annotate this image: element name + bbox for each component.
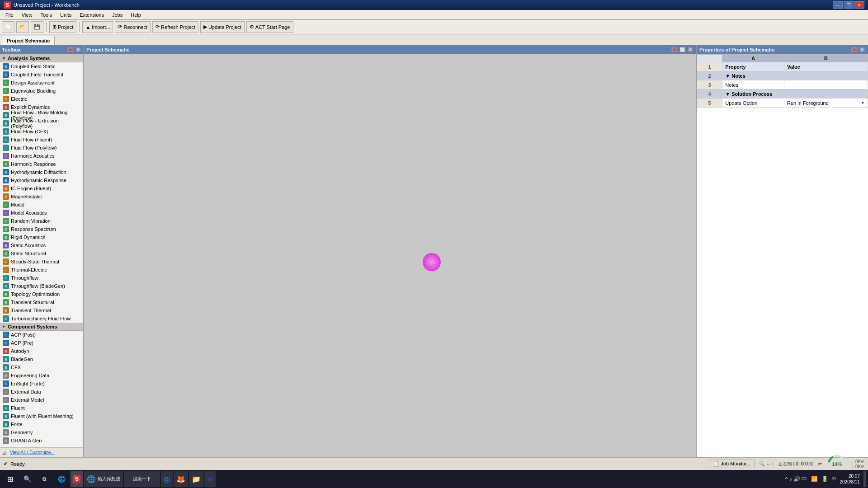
- act-start-page-button[interactable]: ⚙ ACT Start Page: [246, 21, 293, 33]
- toolbox-item-coupled-field-static[interactable]: ⊞ Coupled Field Static: [0, 62, 83, 70]
- menu-file[interactable]: File: [2, 11, 17, 19]
- nav-icons: 🔍 ↔ ↕: [759, 461, 774, 466]
- toolbox-item-random-vibration[interactable]: ⊞ Random Vibration: [0, 217, 83, 225]
- toolbox-item-rigid-dynamics[interactable]: ⊞ Rigid Dynamics: [0, 233, 83, 241]
- search-button[interactable]: 🔍: [19, 471, 35, 487]
- toolbox-item-geometry[interactable]: ⊞ Geometry: [0, 428, 83, 436]
- schematic-close-button[interactable]: ✕: [687, 47, 693, 53]
- toolbox-item-fluid-fluent[interactable]: ⊞ Fluid Flow (Fluent): [0, 136, 83, 144]
- taskbar-ie-button[interactable]: 🌐 输入你想搜: [84, 471, 123, 487]
- toolbox-item-bladegen[interactable]: ⊞ BladeGen: [0, 355, 83, 363]
- toolbox-item-hydrodynamic-diffraction[interactable]: ⊞ Hydrodynamic Diffraction: [0, 168, 83, 176]
- filter-icon[interactable]: ⊿: [2, 450, 6, 456]
- job-monitor-button[interactable]: 📋 Job Monitor...: [709, 460, 755, 468]
- project-tab-button[interactable]: ⊞ Project: [49, 21, 76, 33]
- item-icon: ⊞: [3, 421, 9, 427]
- menu-jobs[interactable]: Jobs: [108, 11, 126, 19]
- analysis-systems-section[interactable]: ▼ Analysis Systems: [0, 54, 83, 62]
- maximize-button[interactable]: ❐: [844, 1, 854, 9]
- toolbox-item-modal[interactable]: ⊞ Modal: [0, 201, 83, 209]
- update-project-button[interactable]: ▶ Update Project: [200, 21, 245, 33]
- toolbox-item-static-structural[interactable]: ⊞ Static Structural: [0, 249, 83, 258]
- toolbox-item-design-assessment[interactable]: ⊞ Design Assessment: [0, 79, 83, 87]
- taskbar-edge-button[interactable]: 🌐: [53, 471, 70, 487]
- toolbox-item-magnetostatic[interactable]: ⊞ Magnetostatic: [0, 192, 83, 201]
- taskbar-app-3[interactable]: 📁: [189, 471, 203, 487]
- toolbox-item-ic-engine[interactable]: ⊞ IC Engine (Fluent): [0, 184, 83, 192]
- toolbox-item-eigenvalue-buckling[interactable]: ⊞ Eigenvalue Buckling: [0, 87, 83, 95]
- menu-help[interactable]: Help: [127, 11, 145, 19]
- refresh-icon: ⟳: [156, 24, 160, 30]
- toolbox-item-acp-post[interactable]: ⊞ ACP (Post): [0, 331, 83, 339]
- save-button[interactable]: 💾: [31, 21, 43, 33]
- notes-value-cell[interactable]: [784, 80, 868, 89]
- schematic-content[interactable]: [84, 54, 696, 457]
- toolbox-item-external-model[interactable]: ⊞ External Model: [0, 396, 83, 404]
- toolbox-item-fluent-meshing[interactable]: ⊞ Fluent (with Fluent Meshing): [0, 412, 83, 420]
- toolbox-item-forte[interactable]: ⊞ Forte: [0, 420, 83, 428]
- toolbox-item-ensight-forte[interactable]: ⊞ EnSight (Forte): [0, 380, 83, 388]
- toolbox-item-topology-optimization[interactable]: ⊞ Topology Optimization: [0, 290, 83, 298]
- minimize-button[interactable]: —: [833, 1, 843, 9]
- refresh-project-button[interactable]: ⟳ Refresh Project: [152, 21, 198, 33]
- tab-project-schematic[interactable]: Project Schematic: [2, 36, 55, 45]
- schematic-maximize-button[interactable]: ⬜: [679, 47, 685, 53]
- component-systems-section[interactable]: ▼ Component Systems: [0, 323, 83, 331]
- app4-icon: W: [207, 475, 213, 483]
- toolbox-item-acp-pre[interactable]: ⊞ ACP (Pre): [0, 339, 83, 347]
- update-option-value-cell[interactable]: Run in Foreground ▼: [784, 99, 868, 108]
- toolbox-item-transient-thermal[interactable]: ⊞ Transient Thermal: [0, 306, 83, 314]
- menu-view[interactable]: View: [18, 11, 36, 19]
- toolbox-item-coupled-field-transient[interactable]: ⊞ Coupled Field Transient: [0, 70, 83, 79]
- menu-extensions[interactable]: Extensions: [76, 11, 108, 19]
- toolbox-item-granta[interactable]: ⊞ GRANTA Gen: [0, 436, 83, 445]
- toolbox-item-steady-state-thermal[interactable]: ⊞ Steady-State Thermal: [0, 258, 83, 266]
- toolbox-item-turbomachinery-fluid-flow[interactable]: ⊞ Turbomachinery Fluid Flow: [0, 314, 83, 323]
- dropdown-arrow-icon: ▼: [861, 101, 865, 105]
- toolbox-item-cfx[interactable]: ⊞ CFX: [0, 363, 83, 371]
- toolbox-item-electric[interactable]: ⊞ Electric: [0, 95, 83, 103]
- schematic-pin-button[interactable]: 📌: [671, 47, 677, 53]
- import-button[interactable]: ▲ Import...: [82, 21, 113, 33]
- taskbar-app-2[interactable]: 🦊: [174, 471, 188, 487]
- taskbar-workbench-app[interactable]: S: [71, 471, 83, 487]
- toolbox-item-external-data[interactable]: ⊞ External Data: [0, 388, 83, 396]
- show-desktop-button[interactable]: [863, 471, 866, 487]
- menu-units[interactable]: Units: [57, 11, 75, 19]
- toolbox-item-throughflow-bladegen[interactable]: ⊞ Throughflow (BladeGen): [0, 282, 83, 290]
- properties-pin-button[interactable]: 📌: [851, 47, 857, 53]
- properties-close-button[interactable]: ✕: [859, 47, 865, 53]
- item-icon: ⊞: [3, 429, 9, 436]
- task-view-button[interactable]: ⧉: [36, 471, 52, 487]
- view-all-link[interactable]: View All / Customize...: [8, 450, 57, 455]
- toolbox-item-autodyn[interactable]: ⊞ Autodyn: [0, 347, 83, 355]
- open-button[interactable]: 📂: [16, 21, 29, 33]
- toolbox-item-fluid-polyflow[interactable]: ⊞ Fluid Flow (Polyflow): [0, 144, 83, 152]
- toolbox-item-thermal-electric[interactable]: ⊞ Thermal-Electric: [0, 266, 83, 274]
- toolbox-item-hydrodynamic-response[interactable]: ⊞ Hydrodynamic Response: [0, 176, 83, 184]
- toolbox-item-static-acoustics[interactable]: ⊞ Static Acoustics: [0, 241, 83, 249]
- clock-date: 2020/8/11: [840, 479, 860, 485]
- new-button[interactable]: 📄: [2, 21, 14, 33]
- start-button[interactable]: ⊞: [2, 471, 18, 487]
- toolbox-item-fluid-extrusion[interactable]: ⊞ Fluid Flow - Extrusion (Polyflow): [0, 119, 83, 127]
- menu-tools[interactable]: Tools: [37, 11, 56, 19]
- toolbox-pin-button[interactable]: 📌: [67, 47, 73, 53]
- search-box[interactable]: 搜索一下: [124, 471, 160, 487]
- toolbox-item-harmonic-response[interactable]: ⊞ Harmonic Response: [0, 160, 83, 168]
- notes-section-row: 2 ▼ Notes: [697, 71, 868, 80]
- toolbox-item-harmonic-acoustics[interactable]: ⊞ Harmonic Acoustics: [0, 152, 83, 160]
- toolbox-panel: Toolbox 📌 ✕ ▼ Analysis Systems ⊞ Coupled…: [0, 45, 84, 457]
- taskbar-app-4[interactable]: W: [204, 471, 216, 487]
- toolbox-item-throughflow[interactable]: ⊞ Throughflow: [0, 274, 83, 282]
- reconnect-button[interactable]: ⟳ Reconnect: [115, 21, 151, 33]
- update-option-dropdown[interactable]: Run in Foreground ▼: [787, 100, 865, 106]
- toolbox-item-fluent[interactable]: ⊞ Fluent: [0, 404, 83, 412]
- toolbox-item-engineering-data[interactable]: ⊞ Engineering Data: [0, 371, 83, 380]
- toolbox-item-transient-structural[interactable]: ⊞ Transient Structural: [0, 298, 83, 306]
- taskbar-app-1[interactable]: ◎: [161, 471, 173, 487]
- close-button[interactable]: ✕: [854, 1, 864, 9]
- toolbox-item-modal-acoustics[interactable]: ⊞ Modal Acoustics: [0, 209, 83, 217]
- toolbox-item-response-spectrum[interactable]: ⊞ Response Spectrum: [0, 225, 83, 233]
- toolbox-close-button[interactable]: ✕: [75, 47, 81, 53]
